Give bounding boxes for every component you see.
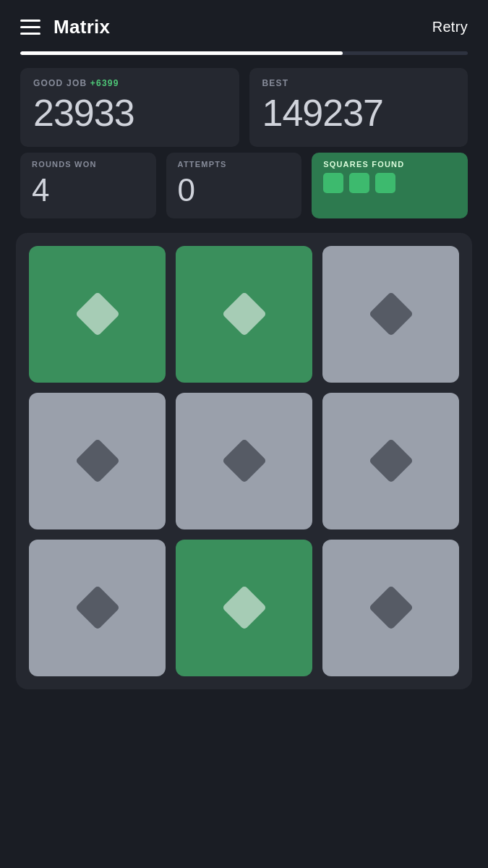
retry-button[interactable]: Retry <box>432 19 468 35</box>
menu-icon[interactable] <box>20 20 40 35</box>
grid-cell-1[interactable] <box>176 246 312 383</box>
progress-bar-track <box>20 51 468 55</box>
diamond-icon <box>368 585 413 630</box>
app-header: Matrix Retry <box>0 0 488 51</box>
attempts-label: ATTEMPTS <box>178 160 291 169</box>
grid-cell-0[interactable] <box>29 246 166 383</box>
attempts-card: ATTEMPTS 0 <box>166 153 302 218</box>
diamond-icon <box>74 292 119 336</box>
grid-cell-3[interactable] <box>29 393 166 529</box>
squares-found-label: SQUARES FOUND <box>323 160 456 169</box>
grid-section <box>0 233 488 689</box>
square-dot-2 <box>349 173 369 193</box>
square-dot-3 <box>375 173 395 193</box>
best-score-card: BEST 149237 <box>249 68 468 147</box>
attempts-value: 0 <box>178 173 291 208</box>
diamond-icon <box>74 585 119 630</box>
rounds-won-label: ROUNDS WON <box>32 160 145 169</box>
grid-cell-5[interactable] <box>322 393 459 529</box>
grid-cell-7[interactable] <box>176 540 312 676</box>
best-score-value: 149237 <box>262 93 455 134</box>
diamond-icon <box>368 438 413 483</box>
current-score-value: 23933 <box>33 93 226 134</box>
diamond-icon <box>74 438 119 483</box>
grid-cell-4[interactable] <box>176 393 312 529</box>
current-score-label: GOOD JOB +6399 <box>33 78 226 88</box>
rounds-won-value: 4 <box>32 173 145 208</box>
progress-bar-fill <box>20 51 343 55</box>
square-dot-1 <box>323 173 343 193</box>
grid-cell-2[interactable] <box>322 246 459 383</box>
best-score-label: BEST <box>262 78 455 88</box>
squares-found-card: SQUARES FOUND <box>312 153 468 218</box>
diamond-icon <box>221 438 266 483</box>
diamond-icon <box>221 585 266 630</box>
app-title: Matrix <box>53 16 110 38</box>
grid-cell-6[interactable] <box>29 540 166 676</box>
score-section: GOOD JOB +6399 23933 BEST 149237 <box>0 68 488 147</box>
rounds-won-card: ROUNDS WON 4 <box>20 153 156 218</box>
current-score-card: GOOD JOB +6399 23933 <box>20 68 239 147</box>
squares-found-dots <box>323 173 456 193</box>
stats-section: ROUNDS WON 4 ATTEMPTS 0 SQUARES FOUND <box>0 153 488 218</box>
diamond-icon <box>221 292 266 336</box>
progress-bar-container <box>0 51 488 55</box>
header-left: Matrix <box>20 16 110 38</box>
diamond-icon <box>368 292 413 336</box>
game-grid <box>29 246 459 676</box>
grid-container <box>16 233 472 689</box>
grid-cell-8[interactable] <box>322 540 459 676</box>
